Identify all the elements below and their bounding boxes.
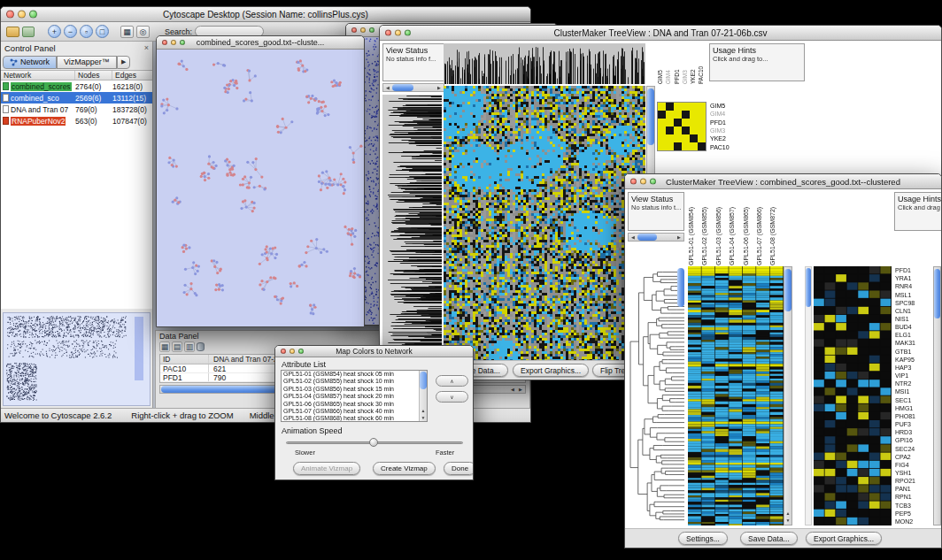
done-button[interactable]: Done bbox=[444, 462, 474, 475]
network-row[interactable]: combined_scores 2764(0) 16218(0) bbox=[1, 81, 152, 92]
window-controls[interactable] bbox=[385, 30, 411, 36]
similarity-matrix[interactable] bbox=[657, 102, 706, 151]
selection-vscrollbar[interactable] bbox=[805, 266, 812, 525]
annotation-icon[interactable]: ▦ bbox=[120, 26, 134, 38]
minimize-button[interactable] bbox=[18, 11, 26, 19]
attribute-item[interactable]: GPL51-04 (GSM857) heat shock 20 min bbox=[282, 393, 419, 400]
minimize-button[interactable] bbox=[640, 179, 646, 185]
main-titlebar[interactable]: Cytoscape Desktop (Session Name: collins… bbox=[1, 7, 530, 22]
window-controls[interactable] bbox=[630, 179, 656, 185]
window-controls[interactable] bbox=[162, 40, 185, 45]
expression-heatmap[interactable] bbox=[688, 266, 784, 525]
attribute-item[interactable]: GPL51-07 (GSM866) heat shock 40 min bbox=[282, 408, 419, 415]
attribute-item[interactable]: GPL51-06 (GSM865) heat shock 30 min bbox=[282, 401, 419, 408]
close-button[interactable] bbox=[385, 30, 391, 36]
zoom-button[interactable] bbox=[650, 179, 656, 185]
import-network-icon[interactable] bbox=[22, 27, 35, 37]
attribute-item[interactable]: GPL51-03 (GSM856) heat shock 15 min bbox=[282, 386, 419, 393]
window-controls[interactable] bbox=[6, 11, 37, 19]
zoom-button[interactable] bbox=[298, 349, 304, 354]
row-dendrogram[interactable] bbox=[382, 95, 442, 362]
gene-label[interactable]: SEC1 bbox=[895, 396, 932, 404]
gene-label[interactable]: PHO81 bbox=[895, 412, 932, 420]
tab-overflow-button[interactable]: ▶ bbox=[117, 56, 130, 69]
create-vizmap-button[interactable]: Create Vizmap bbox=[373, 462, 436, 475]
move-down-button[interactable]: ∨ bbox=[436, 391, 468, 403]
network-graph-view[interactable] bbox=[157, 50, 364, 327]
scroll-right-icon[interactable]: ▶ bbox=[436, 84, 443, 91]
gene-label[interactable]: FIG4 bbox=[895, 461, 932, 469]
zoom-selected-icon[interactable]: ▫ bbox=[80, 25, 93, 38]
save-data-button[interactable]: Save Data... bbox=[740, 532, 798, 545]
zoom-button[interactable] bbox=[405, 30, 411, 36]
gene-label[interactable]: CPA2 bbox=[895, 453, 932, 461]
gene-label[interactable]: HMG1 bbox=[895, 404, 932, 412]
close-button[interactable] bbox=[6, 11, 14, 19]
gene-label[interactable]: YSH1 bbox=[895, 469, 932, 477]
attribute-item[interactable]: GPL51-02 (GSM855) heat shock 10 min bbox=[282, 378, 419, 385]
attribute-database-icon[interactable] bbox=[197, 342, 205, 351]
export-graphics-button[interactable]: Export Graphics... bbox=[806, 532, 882, 545]
gene-label[interactable]: MAK31 bbox=[895, 339, 932, 347]
delete-attribute-icon[interactable]: ▥ bbox=[184, 341, 195, 352]
dialog-titlebar[interactable]: Map Colors to Network bbox=[275, 346, 473, 357]
gene-label[interactable]: RNR4 bbox=[895, 282, 932, 290]
gene-label[interactable]: NIS1 bbox=[895, 315, 932, 323]
gene-label[interactable]: GPI16 bbox=[895, 436, 932, 444]
scroll-up-icon[interactable]: ▲ bbox=[784, 510, 791, 517]
network-row[interactable]: RNAPuberNov2 563(0) 107847(0) bbox=[1, 115, 152, 127]
move-up-button[interactable]: ∧ bbox=[436, 375, 468, 387]
dendrogram-vscroll-thumb[interactable] bbox=[677, 268, 684, 307]
gene-label[interactable]: PFD1 bbox=[895, 266, 932, 274]
tab-vizmapper[interactable]: VizMapper™ bbox=[57, 56, 117, 69]
treeview-dna-titlebar[interactable]: ClusterMaker TreeView : DNA and Tran 07-… bbox=[380, 26, 941, 41]
scroll-down-icon[interactable]: ▼ bbox=[420, 414, 427, 421]
gene-label[interactable]: TCB3 bbox=[895, 502, 932, 510]
gene-label[interactable]: VIP1 bbox=[895, 372, 932, 380]
gene-label[interactable]: ELG1 bbox=[895, 331, 932, 339]
network-view-titlebar[interactable]: combined_scores_good.txt--cluste... bbox=[157, 36, 364, 50]
attribute-item[interactable]: GPL51-08 (GSM868) heat shock 60 min bbox=[282, 415, 419, 421]
window-controls[interactable] bbox=[281, 349, 304, 354]
gene-label[interactable]: PAN1 bbox=[895, 485, 932, 493]
minimize-button[interactable] bbox=[171, 40, 176, 45]
gene-label[interactable]: GTB1 bbox=[895, 348, 932, 356]
minimize-button[interactable] bbox=[290, 349, 295, 354]
gene-label[interactable]: RPN1 bbox=[895, 493, 932, 501]
animate-vizmap-button[interactable]: Animate Vizmap bbox=[293, 462, 360, 475]
dendrogram-hscrollbar[interactable]: ◀ ▶ bbox=[628, 233, 684, 242]
open-session-icon[interactable] bbox=[6, 27, 19, 37]
export-graphics-button[interactable]: Export Graphics... bbox=[513, 364, 589, 377]
network-overview[interactable] bbox=[3, 312, 151, 406]
window-controls[interactable] bbox=[351, 27, 374, 33]
gene-label[interactable]: SPC98 bbox=[895, 299, 932, 307]
zoom-out-icon[interactable]: − bbox=[64, 25, 77, 38]
zoom-fit-icon[interactable]: □ bbox=[96, 25, 109, 38]
gene-label[interactable]: HAP3 bbox=[895, 364, 932, 372]
gene-label[interactable]: PUF3 bbox=[895, 420, 932, 428]
animation-speed-slider[interactable] bbox=[286, 437, 463, 448]
scroll-left-icon[interactable]: ◀ bbox=[629, 234, 637, 241]
gene-label[interactable]: BUD4 bbox=[895, 323, 932, 331]
network-row-selected[interactable]: combined_sco 2569(6) 13112(15) bbox=[1, 92, 152, 104]
zoom-button[interactable] bbox=[369, 27, 374, 33]
settings-button[interactable]: Settings... bbox=[678, 532, 728, 545]
select-attributes-icon[interactable]: ▦ bbox=[159, 341, 170, 352]
close-button[interactable] bbox=[162, 40, 167, 45]
gene-label[interactable]: RPO21 bbox=[895, 477, 932, 485]
gene-label[interactable]: PEP5 bbox=[895, 510, 932, 518]
scroll-right-icon[interactable]: ▶ bbox=[517, 386, 524, 393]
gene-list-vscrollbar[interactable] bbox=[933, 266, 941, 525]
tab-network[interactable]: Network bbox=[3, 56, 57, 69]
dendrogram-hscrollbar[interactable]: ◀ ▶ bbox=[382, 83, 444, 92]
scroll-right-icon[interactable]: ▶ bbox=[676, 234, 683, 241]
scroll-left-icon[interactable]: ◀ bbox=[509, 386, 516, 393]
close-button[interactable] bbox=[630, 179, 637, 185]
gene-label[interactable]: MON2 bbox=[895, 518, 932, 525]
gene-label[interactable]: KAP95 bbox=[895, 356, 932, 364]
network-view-window[interactable]: combined_scores_good.txt--cluste... bbox=[156, 35, 365, 327]
network-row[interactable]: DNA and Tran 07 769(0) 183728(0) bbox=[1, 104, 152, 115]
heatmap-vscrollbar[interactable]: ▲ ▼ bbox=[784, 266, 792, 525]
minimize-button[interactable] bbox=[360, 27, 366, 33]
close-button[interactable] bbox=[281, 349, 286, 354]
